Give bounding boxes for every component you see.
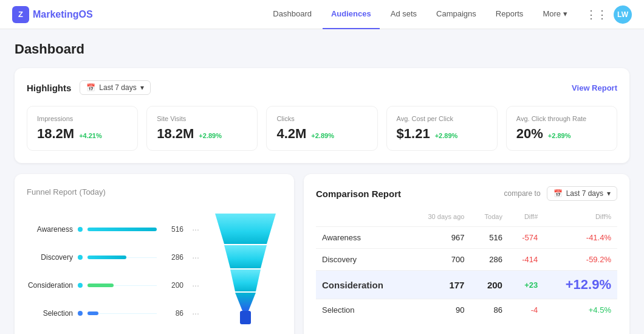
calendar-icon: 📅 xyxy=(86,83,95,92)
bottom-section: Funnel Report (Today) Awareness 516 ··· xyxy=(15,174,629,334)
page-title: Dashboard xyxy=(15,41,629,57)
comparison-table: 30 days ago Today Diff# Diff% Awareness … xyxy=(316,210,617,321)
funnel-label-awareness: Awareness xyxy=(27,225,73,234)
row-consideration-diffnum: +23 xyxy=(509,271,544,299)
funnel-bar-selection xyxy=(87,311,157,315)
funnel-count-discovery: 286 xyxy=(162,253,183,262)
metric-cost-per-click-value: $1.21 xyxy=(397,126,430,142)
svg-marker-1 xyxy=(224,245,267,268)
nav-reports[interactable]: Reports xyxy=(487,0,532,29)
funnel-bar-awareness xyxy=(87,228,157,231)
metric-site-visits-value: 18.2M xyxy=(157,126,194,142)
calendar-icon: 📅 xyxy=(553,189,563,198)
row-label-selection: Selection xyxy=(316,299,409,321)
comparison-table-header: 30 days ago Today Diff# Diff% xyxy=(316,210,617,227)
funnel-row-awareness: Awareness 516 ··· xyxy=(27,224,203,234)
comparison-date-filter[interactable]: 📅 Last 7 days ▾ xyxy=(547,186,617,201)
row-discovery-diffnum: -414 xyxy=(509,249,544,271)
funnel-dot-consideration xyxy=(78,283,83,288)
metric-site-visits: Site Visits 18.2M +2.89% xyxy=(146,106,258,151)
funnel-rows: Awareness 516 ··· Discovery xyxy=(27,207,203,329)
row-discovery-ago: 700 xyxy=(409,249,470,271)
logo-area: Z MarketingOS xyxy=(12,6,93,23)
row-selection-diffnum: -4 xyxy=(509,299,544,321)
funnel-action-consideration[interactable]: ··· xyxy=(188,280,203,290)
metric-impressions: Impressions 18.2M +4.21% xyxy=(27,106,138,151)
nav-audiences[interactable]: Audiences xyxy=(323,0,380,29)
row-label-awareness: Awareness xyxy=(316,227,409,249)
funnel-content: Awareness 516 ··· Discovery xyxy=(27,207,282,329)
row-label-consideration: Consideration xyxy=(316,271,409,299)
comparison-title: Comparison Report xyxy=(316,189,401,199)
metric-ctr-badge: +2.89% xyxy=(548,132,571,139)
funnel-label-discovery: Discovery xyxy=(27,253,73,262)
highlights-label: Highlights xyxy=(27,83,71,93)
row-consideration-today: 200 xyxy=(470,271,509,299)
metric-clicks-badge: +2.89% xyxy=(311,132,334,139)
logo-text: MarketingOS xyxy=(33,9,93,20)
funnel-count-selection: 86 xyxy=(162,309,183,318)
svg-marker-0 xyxy=(215,214,276,244)
comparison-header: Comparison Report compare to 📅 Last 7 da… xyxy=(316,186,617,201)
highlights-date-filter[interactable]: 📅 Last 7 days ▾ xyxy=(80,80,150,95)
funnel-card: Funnel Report (Today) Awareness 516 ··· xyxy=(15,174,294,334)
metric-impressions-badge: +4.21% xyxy=(79,132,102,139)
funnel-label-selection: Selection xyxy=(27,309,73,318)
view-report-link[interactable]: View Report xyxy=(572,83,617,92)
svg-marker-2 xyxy=(230,270,261,291)
funnel-bar-consideration xyxy=(87,284,157,287)
funnel-count-awareness: 516 xyxy=(162,225,183,234)
funnel-report-title: Funnel Report (Today) xyxy=(27,186,282,197)
nav-dashboard[interactable]: Dashboard xyxy=(264,0,320,29)
chevron-down-icon: ▾ xyxy=(607,189,611,198)
metric-cost-per-click-label: Avg. Cost per Click xyxy=(397,115,487,122)
funnel-dot-discovery xyxy=(78,255,83,260)
row-awareness-diffpct: -41.4% xyxy=(544,227,617,249)
chevron-down-icon: ▾ xyxy=(563,9,567,18)
table-header-row: 30 days ago Today Diff# Diff% xyxy=(316,210,617,227)
col-header-label xyxy=(316,210,409,227)
metric-ctr: Avg. Click through Rate 20% +2.89% xyxy=(506,106,617,151)
avatar[interactable]: LW xyxy=(614,5,632,24)
funnel-row-consideration: Consideration 200 ··· xyxy=(27,280,203,290)
metric-cost-per-click: Avg. Cost per Click $1.21 +2.89% xyxy=(386,106,498,151)
metric-clicks: Clicks 4.2M +2.89% xyxy=(266,106,377,151)
logo-accent: OS xyxy=(79,9,93,19)
metric-clicks-label: Clicks xyxy=(276,115,367,122)
funnel-action-awareness[interactable]: ··· xyxy=(188,224,203,234)
nav-adsets[interactable]: Ad sets xyxy=(382,0,425,29)
row-awareness-diffnum: -574 xyxy=(509,227,544,249)
metric-impressions-value: 18.2M xyxy=(37,126,74,142)
funnel-count-consideration: 200 xyxy=(162,281,183,290)
table-row: Discovery 700 286 -414 -59.2% xyxy=(316,249,617,271)
row-selection-today: 86 xyxy=(470,299,509,321)
funnel-dot-selection xyxy=(78,311,83,316)
funnel-label-consideration: Consideration xyxy=(27,281,73,290)
row-awareness-today: 516 xyxy=(470,227,509,249)
svg-rect-4 xyxy=(240,311,251,324)
nav-icons: ⋮⋮ LW xyxy=(586,5,632,24)
logo-name: Marketing xyxy=(33,9,79,19)
funnel-action-selection[interactable]: ··· xyxy=(188,308,203,318)
col-header-diffnum: Diff# xyxy=(509,210,544,227)
metric-clicks-value: 4.2M xyxy=(276,126,306,142)
row-consideration-ago: 177 xyxy=(409,271,470,299)
row-discovery-diffpct: -59.2% xyxy=(544,249,617,271)
row-label-discovery: Discovery xyxy=(316,249,409,271)
logo-icon: Z xyxy=(12,6,29,23)
col-header-30days: 30 days ago xyxy=(409,210,470,227)
nav-more[interactable]: More ▾ xyxy=(534,0,576,29)
row-selection-ago: 90 xyxy=(409,299,470,321)
funnel-row-discovery: Discovery 286 ··· xyxy=(27,252,203,262)
funnel-action-discovery[interactable]: ··· xyxy=(188,252,203,262)
table-row: Selection 90 86 -4 +4.5% xyxy=(316,299,617,321)
metric-ctr-label: Avg. Click through Rate xyxy=(516,115,607,122)
navbar: Z MarketingOS Dashboard Audiences Ad set… xyxy=(0,0,644,29)
funnel-svg xyxy=(212,207,279,329)
nav-campaigns[interactable]: Campaigns xyxy=(428,0,485,29)
row-consideration-diffpct: +12.9% xyxy=(544,271,617,299)
col-header-diffpct: Diff% xyxy=(544,210,617,227)
chevron-down-icon: ▾ xyxy=(140,83,144,92)
grid-icon[interactable]: ⋮⋮ xyxy=(586,8,608,21)
page-content: Dashboard Highlights 📅 Last 7 days ▾ Vie… xyxy=(0,29,644,334)
